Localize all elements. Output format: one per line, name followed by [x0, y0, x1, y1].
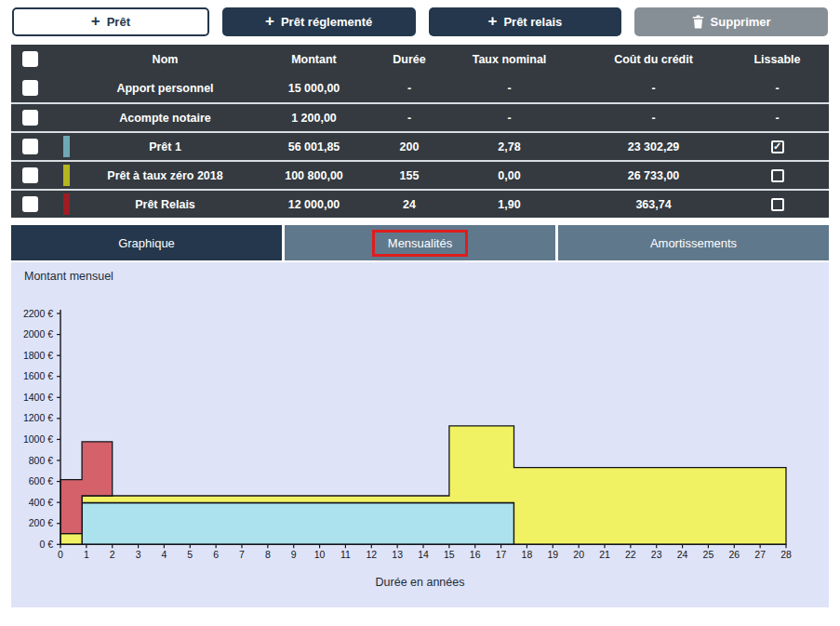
add-regulated-loan-label: Prêt réglementé — [281, 15, 372, 29]
table-row[interactable]: Prêt à taux zéro 2018 100 800,00 155 0,0… — [11, 160, 829, 189]
svg-text:28: 28 — [780, 549, 792, 560]
svg-text:2: 2 — [110, 549, 115, 560]
cell-nom: Prêt Relais — [84, 198, 247, 211]
column-header-cout: Coût du crédit — [581, 53, 726, 66]
svg-text:800 €: 800 € — [29, 455, 53, 466]
row-select-checkbox[interactable] — [22, 80, 38, 96]
svg-text:13: 13 — [392, 549, 403, 560]
svg-text:2200 €: 2200 € — [23, 308, 53, 319]
cell-cout: 363,74 — [581, 198, 726, 211]
svg-text:6: 6 — [213, 549, 219, 560]
plus-icon: + — [487, 13, 497, 29]
add-bridge-loan-button[interactable]: + Prêt relais — [429, 7, 622, 36]
svg-text:12: 12 — [366, 549, 377, 560]
svg-text:1600 €: 1600 € — [23, 370, 53, 381]
svg-text:11: 11 — [340, 549, 351, 560]
cell-montant: 12 000,00 — [247, 198, 381, 211]
mensualites-stacked-area-chart: 0 €200 €400 €600 €800 €1000 €1200 €1400 … — [11, 262, 829, 607]
svg-text:26: 26 — [728, 549, 740, 560]
svg-text:22: 22 — [625, 549, 636, 560]
table-row[interactable]: Prêt 1 56 001,85 200 2,78 23 302,29 ✓ — [11, 131, 829, 160]
cell-taux: 0,00 — [437, 169, 581, 182]
check-icon: ✓ — [773, 141, 781, 152]
table-row[interactable]: Prêt Relais 12 000,00 24 1,90 363,74 — [11, 189, 829, 218]
column-header-taux: Taux nominal — [437, 53, 581, 66]
cell-montant: 56 001,85 — [247, 140, 381, 153]
cell-taux: - — [437, 82, 581, 95]
svg-text:16: 16 — [470, 549, 481, 560]
cell-montant: 15 000,00 — [247, 82, 381, 95]
svg-text:1000 €: 1000 € — [23, 433, 53, 445]
svg-text:0 €: 0 € — [39, 539, 53, 550]
svg-text:10: 10 — [314, 549, 326, 560]
loan-table: Nom Montant Durée Taux nominal Coût du c… — [11, 45, 829, 218]
svg-text:23: 23 — [651, 549, 662, 560]
tab-bar: Graphique Mensualités Amortissements — [11, 225, 829, 260]
svg-text:5: 5 — [187, 549, 193, 560]
delete-button[interactable]: Supprimer — [634, 7, 828, 36]
cell-taux: 2,78 — [437, 140, 581, 153]
cell-cout: - — [581, 112, 726, 125]
svg-text:200 €: 200 € — [29, 517, 53, 528]
cell-cout: - — [581, 82, 726, 95]
cell-nom: Acompte notaire — [84, 112, 247, 125]
svg-text:19: 19 — [547, 549, 558, 560]
cell-lissable: - — [726, 112, 829, 125]
svg-text:17: 17 — [496, 549, 507, 560]
add-regulated-loan-button[interactable]: + Prêt réglementé — [222, 7, 416, 36]
cell-lissable: - — [726, 82, 829, 95]
toolbar: + Prêt + Prêt réglementé + Prêt relais S… — [0, 0, 840, 36]
cell-lissable: ✓ — [726, 140, 829, 153]
lissable-checkbox[interactable]: ✓ — [771, 140, 784, 153]
cell-duree: - — [381, 112, 437, 125]
chart-x-axis-label: Durée en années — [11, 576, 829, 589]
add-bridge-loan-label: Prêt relais — [503, 15, 562, 29]
add-loan-label: Prêt — [107, 15, 130, 29]
svg-text:15: 15 — [444, 549, 455, 560]
svg-text:25: 25 — [703, 549, 714, 560]
loan-color-bar — [63, 193, 70, 215]
lissable-checkbox[interactable] — [771, 198, 784, 211]
table-row[interactable]: Apport personnel 15 000,00 - - - - — [11, 73, 829, 102]
tab-mensualites[interactable]: Mensualités — [285, 225, 555, 260]
tab-amortissements-label: Amortissements — [650, 236, 737, 250]
row-select-checkbox[interactable] — [22, 196, 38, 212]
svg-text:20: 20 — [573, 549, 584, 560]
column-header-duree: Durée — [381, 53, 437, 66]
lissable-checkbox[interactable] — [771, 169, 784, 182]
chart-panel: Montant mensuel 0 €200 €400 €600 €800 €1… — [11, 262, 829, 607]
row-select-checkbox[interactable] — [22, 110, 38, 126]
cell-taux: - — [437, 112, 581, 125]
cell-nom: Apport personnel — [84, 82, 247, 95]
table-body: Apport personnel 15 000,00 - - - - Acomp… — [11, 73, 829, 218]
loan-simulator-page: + Prêt + Prêt réglementé + Prêt relais S… — [0, 0, 840, 626]
svg-text:1800 €: 1800 € — [23, 350, 53, 361]
svg-text:8: 8 — [265, 549, 271, 560]
svg-text:1200 €: 1200 € — [23, 412, 53, 423]
plus-icon: + — [265, 13, 274, 29]
annotation-highlight-box: Mensualités — [372, 230, 468, 257]
plus-icon: + — [91, 13, 100, 29]
row-select-checkbox[interactable] — [22, 167, 38, 183]
row-select-checkbox[interactable] — [22, 139, 38, 154]
svg-text:2000 €: 2000 € — [23, 328, 53, 340]
cell-taux: 1,90 — [437, 198, 581, 211]
cell-duree: 24 — [381, 198, 437, 211]
tab-graphique[interactable]: Graphique — [11, 225, 282, 260]
column-header-nom: Nom — [84, 53, 247, 66]
select-all-checkbox[interactable] — [22, 51, 38, 67]
add-loan-button[interactable]: + Prêt — [12, 7, 209, 36]
tab-amortissements[interactable]: Amortissements — [558, 225, 829, 260]
svg-text:14: 14 — [418, 549, 429, 560]
column-header-lissable: Lissable — [726, 53, 829, 66]
cell-nom: Prêt 1 — [84, 140, 247, 153]
svg-text:4: 4 — [162, 549, 167, 560]
cell-duree: 200 — [381, 140, 437, 153]
svg-text:400 €: 400 € — [29, 497, 53, 508]
loan-color-bar — [63, 165, 70, 186]
cell-montant: 100 800,00 — [247, 169, 381, 182]
cell-lissable — [726, 197, 829, 211]
table-row[interactable]: Acompte notaire 1 200,00 - - - - — [11, 102, 829, 131]
svg-text:1400 €: 1400 € — [23, 392, 53, 403]
svg-text:7: 7 — [239, 549, 245, 560]
